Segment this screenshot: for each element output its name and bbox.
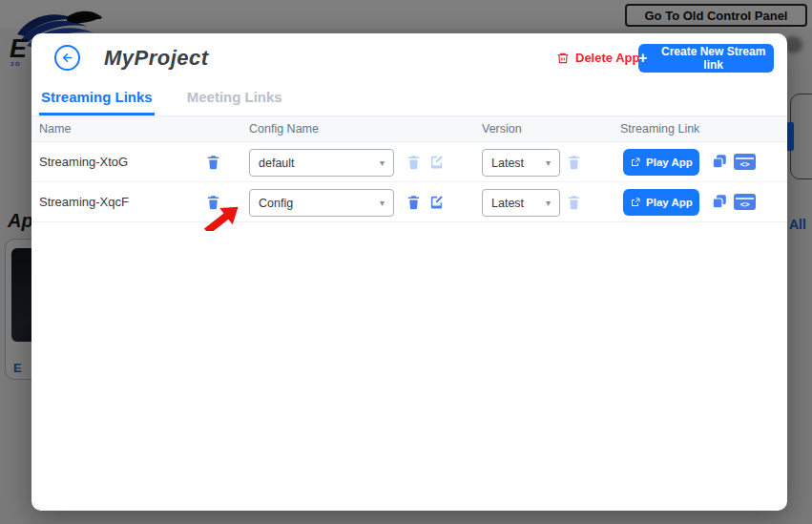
table-row: Streaming-XtoG default ▾ Latest ▾ bbox=[31, 142, 787, 182]
version-value: Latest bbox=[491, 157, 524, 170]
config-name-value: Config bbox=[259, 197, 293, 210]
play-app-label: Play App bbox=[646, 197, 693, 208]
column-header-config-name: Config Name bbox=[249, 122, 319, 136]
external-link-icon bbox=[630, 197, 641, 208]
delete-app-label: Delete App bbox=[575, 51, 639, 65]
config-name-select[interactable]: Config ▾ bbox=[249, 189, 394, 217]
play-app-button[interactable]: Play App bbox=[623, 149, 699, 176]
version-select[interactable]: Latest ▾ bbox=[482, 149, 560, 177]
tab-bar: Streaming Links Meeting Links bbox=[31, 85, 787, 116]
delete-stream-icon[interactable] bbox=[205, 194, 221, 210]
table-row: Streaming-XqcF Config ▾ Latest ▾ bbox=[31, 182, 787, 222]
column-header-version: Version bbox=[482, 122, 522, 136]
code-glyph: <> bbox=[739, 158, 749, 170]
arrow-left-icon bbox=[60, 51, 74, 65]
copy-link-icon[interactable] bbox=[711, 193, 728, 210]
delete-app-button[interactable]: Delete App bbox=[556, 51, 639, 65]
create-button-label: Create New Stream link bbox=[653, 45, 774, 72]
delete-stream-icon[interactable] bbox=[205, 154, 221, 170]
stream-name: Streaming-XqcF bbox=[39, 195, 129, 209]
config-name-select[interactable]: default ▾ bbox=[249, 149, 394, 177]
version-select[interactable]: Latest ▾ bbox=[482, 189, 560, 217]
delete-version-icon[interactable] bbox=[566, 194, 582, 210]
play-app-button[interactable]: Play App bbox=[623, 189, 699, 216]
delete-config-icon[interactable] bbox=[406, 194, 422, 210]
column-header-name: Name bbox=[39, 122, 71, 136]
window-bar bbox=[736, 198, 754, 199]
column-header-streaming-link: Streaming Link bbox=[620, 122, 699, 136]
edit-config-icon[interactable] bbox=[428, 154, 445, 170]
chevron-down-icon: ▾ bbox=[380, 198, 385, 208]
code-glyph: <> bbox=[739, 199, 749, 210]
copy-link-icon[interactable] bbox=[711, 153, 728, 170]
back-button[interactable] bbox=[54, 45, 80, 71]
create-new-stream-link-button[interactable]: + Create New Stream link bbox=[638, 44, 774, 73]
chevron-down-icon: ▾ bbox=[380, 157, 385, 168]
embed-code-icon[interactable]: <> bbox=[734, 154, 756, 170]
trash-outline-icon bbox=[556, 52, 570, 65]
version-value: Latest bbox=[491, 197, 524, 210]
project-modal: MyProject Delete App + Create New Stream… bbox=[31, 33, 787, 511]
tab-streaming-links[interactable]: Streaming Links bbox=[39, 85, 155, 115]
chevron-down-icon: ▾ bbox=[546, 157, 551, 168]
external-link-icon bbox=[630, 157, 641, 168]
plus-icon: + bbox=[638, 51, 647, 66]
config-name-value: default bbox=[259, 157, 295, 170]
edit-config-icon[interactable] bbox=[428, 194, 445, 210]
page-title: MyProject bbox=[104, 46, 209, 71]
delete-version-icon[interactable] bbox=[566, 154, 582, 170]
modal-header: MyProject Delete App + Create New Stream… bbox=[31, 33, 787, 85]
window-bar bbox=[736, 157, 754, 159]
delete-config-icon[interactable] bbox=[406, 154, 422, 170]
table-header-row: Name Config Name Version Streaming Link bbox=[31, 116, 787, 142]
play-app-label: Play App bbox=[646, 157, 693, 168]
embed-code-icon[interactable]: <> bbox=[734, 194, 756, 210]
page: E 3D Go To Old Control Panel Ap All E My… bbox=[0, 0, 812, 524]
stream-name: Streaming-XtoG bbox=[39, 155, 128, 169]
tab-meeting-links[interactable]: Meeting Links bbox=[185, 85, 284, 115]
chevron-down-icon: ▾ bbox=[546, 198, 551, 208]
